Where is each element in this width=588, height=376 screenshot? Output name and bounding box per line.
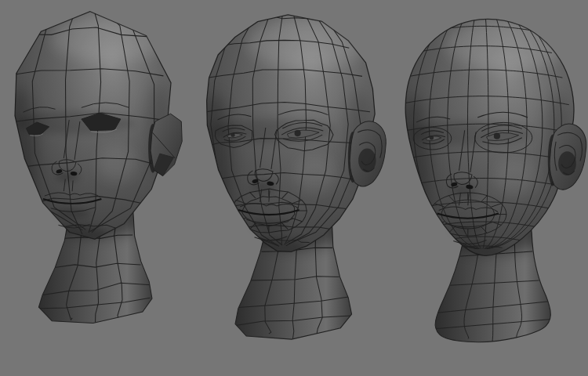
scene-canvas bbox=[0, 0, 588, 376]
ear bbox=[151, 114, 182, 175]
ear bbox=[350, 121, 386, 186]
viewport-3d[interactable] bbox=[0, 0, 588, 376]
head-model-smooth[interactable] bbox=[394, 0, 586, 343]
head-model-mid-poly[interactable] bbox=[196, 0, 386, 339]
ear bbox=[550, 124, 586, 190]
head-model-low-poly[interactable] bbox=[1, 0, 182, 324]
